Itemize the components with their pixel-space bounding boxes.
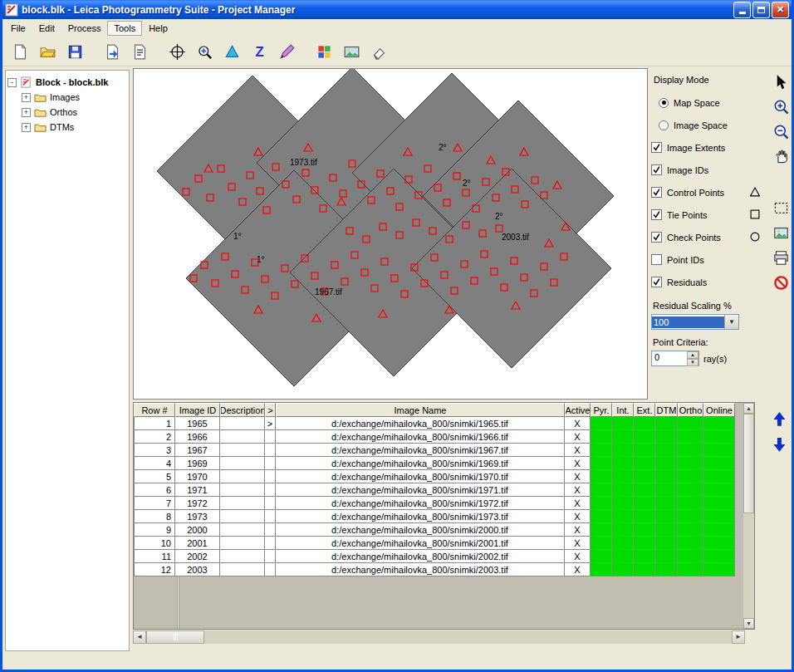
checkbox-icon[interactable] — [651, 277, 662, 287]
current-row-indicator[interactable] — [265, 510, 276, 523]
column-header-description[interactable]: Description — [220, 403, 265, 417]
row-number-cell[interactable]: 9 — [134, 523, 175, 537]
status-cell-dtm[interactable] — [655, 483, 678, 497]
image-id-cell[interactable]: 1973 — [175, 510, 220, 523]
status-cell-dtm[interactable] — [655, 444, 678, 457]
column-header-int[interactable]: Int. — [612, 403, 634, 417]
scroll-right-icon[interactable]: ► — [732, 630, 745, 644]
import-button[interactable] — [101, 41, 124, 63]
status-cell-ortho[interactable] — [678, 537, 703, 550]
status-cell-online[interactable] — [703, 537, 735, 550]
description-cell[interactable] — [220, 497, 265, 510]
tree-item-images[interactable]: +Images — [7, 90, 127, 105]
active-cell[interactable]: X — [565, 523, 591, 537]
status-cell-pyr[interactable] — [591, 510, 612, 523]
column-header-ortho[interactable]: Ortho — [678, 403, 703, 417]
status-cell-pyr[interactable] — [591, 537, 612, 550]
checkbox-tie-points[interactable]: Tie Points — [651, 204, 762, 226]
current-row-indicator[interactable] — [265, 537, 276, 550]
image-id-cell[interactable]: 2001 — [175, 537, 220, 550]
expand-icon[interactable]: + — [22, 93, 31, 102]
status-cell-ortho[interactable] — [678, 510, 703, 523]
status-cell-ortho[interactable] — [678, 444, 703, 457]
status-cell-ext[interactable] — [634, 523, 655, 537]
row-number-cell[interactable]: 7 — [134, 497, 175, 510]
status-cell-ortho[interactable] — [678, 523, 703, 537]
status-cell-pyr[interactable] — [591, 470, 612, 483]
point-measurement-button[interactable] — [221, 41, 243, 63]
status-cell-ext[interactable] — [634, 470, 655, 483]
checkbox-icon[interactable] — [651, 232, 662, 243]
menu-item-tools[interactable]: Tools — [107, 21, 142, 36]
status-cell-online[interactable] — [703, 550, 735, 563]
status-cell-int[interactable] — [612, 497, 634, 510]
status-cell-ext[interactable] — [634, 457, 655, 470]
maximize-button[interactable] — [752, 2, 770, 18]
active-cell[interactable]: X — [565, 510, 591, 523]
collapse-icon[interactable]: - — [7, 78, 17, 87]
row-number-cell[interactable]: 5 — [134, 470, 175, 483]
image-name-cell[interactable]: d:/exchange/mihailovka_800/snimki/1971.t… — [276, 483, 565, 497]
modules-button[interactable] — [313, 41, 336, 63]
radio-image-space[interactable]: Image Space — [651, 114, 762, 136]
status-cell-pyr[interactable] — [591, 483, 612, 497]
status-cell-pyr[interactable] — [591, 430, 612, 444]
status-cell-pyr[interactable] — [591, 550, 612, 563]
active-cell[interactable]: X — [565, 563, 591, 576]
move-row-up-button[interactable] — [771, 410, 788, 429]
image-name-cell[interactable]: d:/exchange/mihailovka_800/snimki/2000.t… — [276, 523, 565, 537]
image-id-cell[interactable]: 1965 — [175, 417, 220, 430]
tree-item-orthos[interactable]: +Orthos — [7, 105, 127, 120]
status-cell-pyr[interactable] — [591, 563, 612, 576]
image-viewer-button[interactable] — [771, 223, 791, 243]
column-header-[interactable]: > — [265, 403, 276, 417]
active-cell[interactable]: X — [565, 537, 591, 550]
status-cell-int[interactable] — [612, 563, 634, 576]
status-cell-online[interactable] — [703, 483, 735, 497]
row-number-cell[interactable]: 3 — [134, 444, 175, 457]
area-select-button[interactable] — [771, 198, 791, 218]
scroll-up-icon[interactable]: ▲ — [743, 403, 754, 414]
menu-item-process[interactable]: Process — [61, 21, 108, 36]
column-header-row#[interactable]: Row # — [134, 403, 175, 417]
status-cell-int[interactable] — [612, 523, 634, 537]
current-row-indicator[interactable]: > — [265, 417, 276, 430]
column-header-imageid[interactable]: Image ID — [175, 403, 220, 417]
active-cell[interactable]: X — [565, 417, 591, 430]
scroll-left-icon[interactable]: ◄ — [133, 630, 146, 644]
status-cell-dtm[interactable] — [655, 417, 678, 430]
active-cell[interactable]: X — [565, 457, 591, 470]
table-vertical-scrollbar[interactable]: ▲ ▼ — [743, 403, 754, 629]
active-cell[interactable]: X — [565, 550, 591, 563]
print-button[interactable] — [771, 248, 791, 267]
checkbox-icon[interactable] — [651, 187, 662, 198]
image-id-cell[interactable]: 2002 — [175, 550, 220, 563]
menu-item-help[interactable]: Help — [142, 21, 174, 36]
status-cell-dtm[interactable] — [655, 537, 678, 550]
description-cell[interactable] — [220, 417, 265, 430]
move-row-down-button[interactable] — [771, 436, 788, 455]
active-cell[interactable]: X — [565, 430, 591, 444]
radio-icon[interactable] — [659, 98, 669, 108]
scroll-down-icon[interactable]: ▼ — [743, 618, 754, 629]
column-header-imagename[interactable]: Image Name — [276, 403, 565, 417]
status-cell-online[interactable] — [703, 470, 735, 483]
status-cell-online[interactable] — [703, 497, 735, 510]
row-number-cell[interactable]: 6 — [134, 483, 175, 497]
current-row-indicator[interactable] — [265, 457, 276, 470]
checkbox-icon[interactable] — [651, 164, 662, 175]
status-cell-int[interactable] — [612, 550, 634, 563]
status-cell-int[interactable] — [612, 457, 634, 470]
status-cell-int[interactable] — [612, 470, 634, 483]
image-id-cell[interactable]: 1967 — [175, 444, 220, 457]
status-cell-int[interactable] — [612, 483, 634, 497]
new-document-button[interactable] — [9, 41, 32, 63]
select-arrow-button[interactable] — [771, 71, 791, 91]
checkbox-icon[interactable] — [651, 209, 662, 220]
checkbox-point-ids[interactable]: Point IDs — [651, 248, 762, 271]
point-criteria-spinner[interactable]: 0 ▲▼ — [651, 351, 699, 366]
minimize-button[interactable] — [733, 2, 751, 18]
measure-button[interactable] — [276, 41, 298, 63]
image-name-cell[interactable]: d:/exchange/mihailovka_800/snimki/1970.t… — [276, 470, 565, 483]
checkbox-icon[interactable] — [651, 142, 662, 153]
